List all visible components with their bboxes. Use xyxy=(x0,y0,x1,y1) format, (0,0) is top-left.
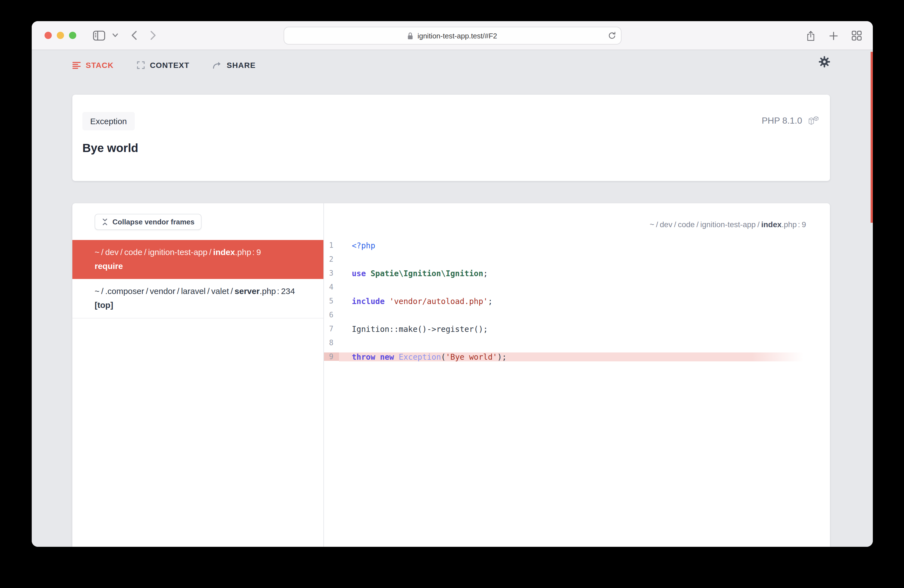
tab-overview-icon[interactable] xyxy=(852,31,862,41)
tab-stack-label: STACK xyxy=(86,61,114,70)
lock-icon xyxy=(408,32,414,40)
forward-icon[interactable] xyxy=(150,31,156,40)
path-segment: .composer xyxy=(105,286,144,296)
collapse-vendor-frames-button[interactable]: Collapse vendor frames xyxy=(95,214,202,230)
close-button[interactable] xyxy=(44,32,52,39)
line-code: <?php xyxy=(339,241,830,250)
code-line: 4 xyxy=(324,280,830,294)
line-number: 9 xyxy=(324,352,339,361)
token-str: 'Bye world' xyxy=(446,352,497,361)
path-separator: / xyxy=(209,247,211,257)
path-colon: : xyxy=(277,286,279,296)
tab-share[interactable]: SHARE xyxy=(213,61,256,70)
address-bar[interactable]: ignition-test-app.test/#F2 xyxy=(283,27,621,44)
path-segment: ignition-test-app xyxy=(700,220,755,229)
browser-toolbar: ignition-test-app.test/#F2 xyxy=(32,21,873,50)
collapse-vendor-frames-label: Collapse vendor frames xyxy=(112,218,194,226)
path-segment: valet xyxy=(211,286,229,296)
context-brackets-icon xyxy=(137,61,145,69)
path-separator: / xyxy=(207,286,210,296)
path-separator: / xyxy=(757,220,760,229)
token-str: 'vendor/autoload.php' xyxy=(389,297,488,305)
token-pln: ; xyxy=(488,297,493,305)
token-kw: include xyxy=(352,297,389,305)
screen: ignition-test-app.test/#F2 xyxy=(0,0,904,588)
path-separator: / xyxy=(101,286,104,296)
path-line-number: 9 xyxy=(801,220,806,229)
fullscreen-button[interactable] xyxy=(69,32,76,39)
line-number: 1 xyxy=(324,241,339,250)
path-separator: / xyxy=(146,286,148,296)
path-separator: / xyxy=(656,220,658,229)
path-file-name: server xyxy=(235,286,260,296)
line-number: 5 xyxy=(324,297,339,305)
token-pln: ); xyxy=(497,352,507,361)
share-arrow-icon xyxy=(213,61,222,69)
code-lines: 1<?php23use Spatie\Ignition\Ignition;45i… xyxy=(324,238,830,364)
path-separator: / xyxy=(674,220,676,229)
path-file-name: index xyxy=(213,247,235,257)
share-icon[interactable] xyxy=(806,30,815,41)
frame-path: ~/.composer/vendor/laravel/valet/server.… xyxy=(95,286,312,296)
token-kw: use xyxy=(352,269,370,278)
tab-context-label: CONTEXT xyxy=(150,61,189,70)
code-line: 2 xyxy=(324,252,830,266)
code-line: 6 xyxy=(324,308,830,322)
token-pln: Ignition::make()->register(); xyxy=(352,324,488,333)
sidebar-toggle-icon[interactable] xyxy=(93,30,105,40)
tab-stack[interactable]: STACK xyxy=(73,61,114,70)
code-line: 1<?php xyxy=(324,238,830,252)
laravel-icon xyxy=(808,115,820,127)
token-exc: Exception xyxy=(399,352,441,361)
stack-frames-list: ~/dev/code/ignition-test-app/index.php:9… xyxy=(73,240,323,318)
exception-card: Exception Bye world PHP 8.1.0 xyxy=(73,95,830,181)
line-number: 2 xyxy=(324,255,339,263)
token-tag: <?php xyxy=(352,241,375,250)
path-line-number: 234 xyxy=(281,286,295,296)
code-line: 5include 'vendor/autoload.php'; xyxy=(324,294,830,308)
path-segment: dev xyxy=(660,220,672,229)
editor-file-path: ~/dev/code/ignition-test-app/index.php:9 xyxy=(324,203,830,238)
stack-trace-card: Collapse vendor frames ~/dev/code/igniti… xyxy=(73,203,830,547)
red-scrollbar-thumb[interactable] xyxy=(871,52,873,223)
stack-frame[interactable]: ~/.composer/vendor/laravel/valet/server.… xyxy=(73,279,323,318)
reload-icon[interactable] xyxy=(608,32,616,40)
back-icon[interactable] xyxy=(131,31,137,40)
gear-icon[interactable] xyxy=(818,56,831,68)
line-number: 8 xyxy=(324,338,339,347)
frames-panel: Collapse vendor frames ~/dev/code/igniti… xyxy=(73,203,323,547)
path-separator: / xyxy=(144,247,146,257)
path-separator: / xyxy=(696,220,699,229)
path-segment: ~ xyxy=(650,220,654,229)
php-version: PHP 8.1.0 xyxy=(762,116,802,126)
code-line-highlighted: 9throw new Exception('Bye world'); xyxy=(324,350,830,364)
path-file-name: index xyxy=(761,220,782,229)
path-segment: ~ xyxy=(95,247,100,257)
frame-method: [top] xyxy=(95,300,312,310)
token-kw: new xyxy=(380,352,398,361)
path-segment: code xyxy=(678,220,695,229)
tab-context[interactable]: CONTEXT xyxy=(137,61,189,70)
sidebar-chevron-down-icon[interactable] xyxy=(112,33,118,37)
path-segment: laravel xyxy=(181,286,205,296)
line-number: 7 xyxy=(324,325,339,333)
token-pln: ; xyxy=(483,269,488,278)
tab-share-label: SHARE xyxy=(227,61,256,70)
line-number: 6 xyxy=(324,311,339,319)
path-file-ext: .php xyxy=(235,247,251,257)
exception-message: Bye world xyxy=(82,141,138,155)
path-file-ext: .php xyxy=(260,286,276,296)
path-segment: dev xyxy=(105,247,119,257)
frame-method: require xyxy=(95,261,312,271)
path-segment: ~ xyxy=(95,286,100,296)
path-separator: / xyxy=(120,247,122,257)
new-tab-icon[interactable] xyxy=(829,31,838,40)
line-number: 3 xyxy=(324,269,339,277)
path-segment: ignition-test-app xyxy=(148,247,207,257)
minimize-button[interactable] xyxy=(57,32,64,39)
collapse-vertical-icon xyxy=(102,218,108,226)
frame-path: ~/dev/code/ignition-test-app/index.php:9 xyxy=(95,247,312,257)
line-code: include 'vendor/autoload.php'; xyxy=(339,297,830,305)
path-separator: / xyxy=(177,286,179,296)
stack-frame[interactable]: ~/dev/code/ignition-test-app/index.php:9… xyxy=(73,240,323,279)
